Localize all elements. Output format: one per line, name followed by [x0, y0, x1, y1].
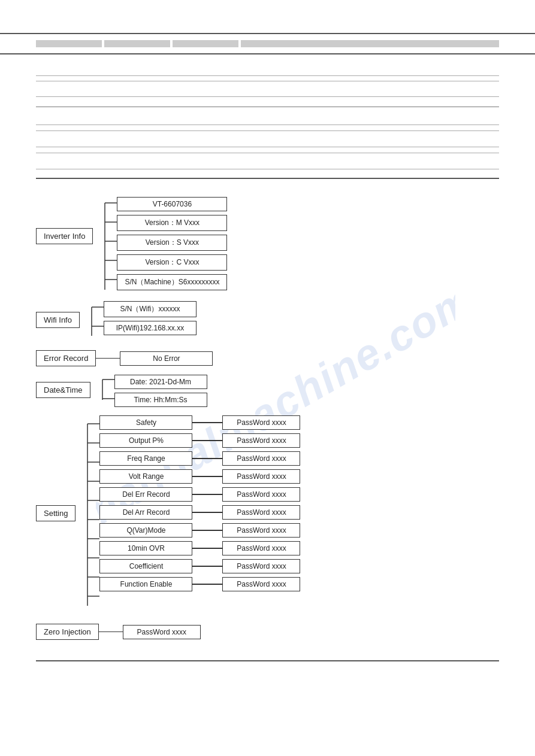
nav-tab-2[interactable]: [104, 40, 170, 47]
nav-tab-1[interactable]: [36, 40, 102, 47]
zero-injection-password: PassWord xxxx: [123, 625, 201, 639]
zero-injection-label: Zero Injection: [36, 624, 99, 640]
top-row-3: [36, 111, 499, 129]
nav-tab-3[interactable]: [173, 40, 238, 47]
top-row-1: [36, 62, 499, 80]
setting-item-5: Del Arr Record: [99, 505, 192, 520]
setting-item-1: Output P%: [99, 433, 192, 448]
date-time-item-1: Time: Hh:Mm:Ss: [114, 393, 207, 407]
setting-pwd-7: PassWord xxxx: [222, 541, 300, 555]
date-time-section: Date&Time Date: 2021-Dd-Mm Time: Hh:Mm:S…: [36, 375, 499, 407]
inverter-info-item-3: Version：C Vxxx: [117, 254, 227, 271]
setting-label: Setting: [36, 505, 75, 521]
inverter-info-item-4: S/N（Machine）S6xxxxxxxxx: [117, 274, 227, 290]
top-section-2: [0, 108, 535, 175]
wifi-info-item-0: S/N（Wifi）xxxxxx: [104, 301, 197, 317]
top-row-2: [36, 83, 499, 101]
inverter-info-label: Inverter Info: [36, 228, 93, 244]
setting-section: Setting Safety PassWord xxxx Output: [36, 415, 499, 615]
setting-item-8: Coefficient: [99, 559, 192, 573]
setting-pwd-0: PassWord xxxx: [222, 415, 300, 430]
inverter-info-section: Inverter Info VT-6607036 Version：M Vxxx …: [36, 197, 499, 293]
setting-item-2: Freq Range: [99, 451, 192, 466]
wifi-info-label: Wifi Info: [36, 312, 80, 328]
setting-pwd-5: PassWord xxxx: [222, 505, 300, 520]
inverter-info-item-0: VT-6607036: [117, 197, 227, 211]
error-record-label: Error Record: [36, 350, 96, 366]
setting-pwd-9: PassWord xxxx: [222, 577, 300, 591]
date-time-connector-svg: [90, 375, 114, 406]
date-time-item-0: Date: 2021-Dd-Mm: [114, 375, 207, 389]
error-record-section: Error Record No Error: [36, 350, 499, 366]
setting-connector-svg: [75, 415, 99, 615]
setting-item-9: Function Enable: [99, 577, 192, 591]
inverter-info-connector-svg: [93, 197, 117, 293]
setting-item-0: Safety: [99, 415, 192, 430]
wifi-info-connector-svg: [80, 301, 104, 342]
setting-pwd-1: PassWord xxxx: [222, 433, 300, 448]
setting-pwd-8: PassWord xxxx: [222, 559, 300, 573]
zero-injection-section: Zero Injection PassWord xxxx: [36, 624, 499, 640]
setting-item-4: Del Err Record: [99, 487, 192, 502]
top-section: [0, 57, 535, 105]
top-navigation: [0, 33, 535, 54]
setting-item-7: 10min OVR: [99, 541, 192, 555]
inverter-info-item-1: Version：M Vxxx: [117, 215, 227, 231]
top-row-5: [36, 155, 499, 173]
setting-pwd-4: PassWord xxxx: [222, 487, 300, 502]
setting-item-6: Q(Var)Mode: [99, 523, 192, 538]
error-record-item-0: No Error: [120, 351, 213, 366]
wifi-info-item-1: IP(Wifi)192.168.xx.xx: [104, 321, 197, 335]
setting-pwd-2: PassWord xxxx: [222, 451, 300, 466]
date-time-label: Date&Time: [36, 382, 90, 398]
nav-tab-4[interactable]: [241, 40, 499, 47]
wifi-info-section: Wifi Info S/N（Wifi）xxxxxx IP(Wifi)192.16…: [36, 301, 499, 342]
bottom-border: [36, 660, 499, 661]
inverter-info-item-2: Version：S Vxxx: [117, 235, 227, 251]
setting-pwd-3: PassWord xxxx: [222, 469, 300, 484]
diagram-area: Inverter Info VT-6607036 Version：M Vxxx …: [0, 179, 535, 654]
setting-pwd-6: PassWord xxxx: [222, 523, 300, 538]
top-row-4: [36, 133, 499, 151]
setting-item-3: Volt Range: [99, 469, 192, 484]
